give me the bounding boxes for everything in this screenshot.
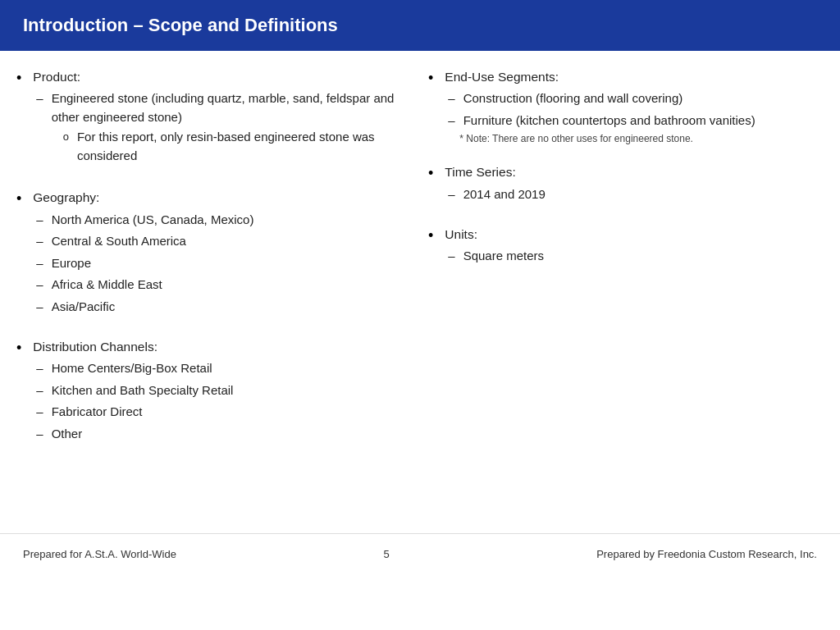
enduse-note: * Note: There are no other uses for engi…: [459, 133, 815, 144]
list-item-enduse: • End-Use Segments: – Construction (floo…: [428, 67, 815, 144]
right-column: • End-Use Segments: – Construction (floo…: [420, 67, 815, 525]
units-sub-list: – Square meters: [445, 247, 815, 266]
geo-sub-2: – Europe: [33, 254, 404, 273]
dash-0: –: [36, 89, 43, 108]
dist-sub-0: – Home Centers/Big-Box Retail: [33, 359, 404, 378]
timeseries-sub-list: – 2014 and 2019: [445, 185, 815, 204]
footer: Prepared for A.St.A. World-Wide 5 Prepar…: [0, 533, 840, 574]
units-content: Units: – Square meters: [445, 225, 815, 269]
enduse-sub-list: – Construction (flooring and wall coveri…: [445, 89, 815, 130]
right-main-list: • End-Use Segments: – Construction (floo…: [428, 67, 815, 269]
bullet-units: •: [428, 226, 433, 246]
product-sub-sub-item-0: o For this report, only resin-based engi…: [63, 128, 404, 165]
distribution-sub-list: – Home Centers/Big-Box Retail – Kitchen …: [33, 359, 404, 443]
geography-label: Geography:: [33, 190, 99, 204]
left-column: • Product: – Engineered stone (including…: [16, 67, 420, 525]
dist-sub-2: – Fabricator Direct: [33, 403, 404, 422]
enduse-label: End-Use Segments:: [445, 70, 559, 84]
geo-sub-0: – North America (US, Canada, Mexico): [33, 211, 404, 230]
left-main-list: • Product: – Engineered stone (including…: [16, 67, 404, 446]
dist-sub-1: – Kitchen and Bath Specialty Retail: [33, 381, 404, 400]
product-sub-item-0-text: Engineered stone (including quartz, marb…: [52, 91, 395, 124]
geography-content: Geography: – North America (US, Canada, …: [33, 188, 404, 319]
footer-left: Prepared for A.St.A. World-Wide: [23, 548, 176, 560]
bullet-timeseries: •: [428, 163, 433, 184]
enduse-sub-0: – Construction (flooring and wall coveri…: [445, 89, 815, 108]
list-item-product: • Product: – Engineered stone (including…: [16, 67, 404, 170]
geo-sub-3: – Africa & Middle East: [33, 276, 404, 294]
footer-page: 5: [383, 548, 389, 560]
list-item-distribution: • Distribution Channels: – Home Centers/…: [16, 337, 404, 446]
distribution-label: Distribution Channels:: [33, 340, 158, 354]
units-label: Units:: [445, 227, 477, 241]
enduse-sub-1: – Furniture (kitchen countertops and bat…: [445, 112, 815, 130]
product-label: Product:: [33, 70, 80, 84]
header: Introduction – Scope and Definitions: [0, 0, 840, 51]
footer-right: Prepared by Freedonia Custom Research, I…: [596, 548, 817, 560]
product-content: Product: – Engineered stone (including q…: [33, 67, 404, 170]
product-sub-item-0: – Engineered stone (including quartz, ma…: [33, 89, 404, 167]
list-item-geography: • Geography: – North America (US, Canada…: [16, 188, 404, 319]
geography-sub-list: – North America (US, Canada, Mexico) – C…: [33, 211, 404, 317]
product-sub-item-0-content: Engineered stone (including quartz, marb…: [52, 89, 404, 167]
timeseries-sub-0: – 2014 and 2019: [445, 185, 815, 204]
list-item-timeseries: • Time Series: – 2014 and 2019: [428, 162, 815, 207]
bullet-geography: •: [16, 189, 21, 209]
header-title: Introduction – Scope and Definitions: [23, 15, 338, 35]
bullet-distribution: •: [16, 338, 21, 358]
timeseries-content: Time Series: – 2014 and 2019: [445, 162, 815, 207]
units-sub-0: – Square meters: [445, 247, 815, 266]
enduse-content: End-Use Segments: – Construction (floori…: [445, 67, 815, 144]
distribution-content: Distribution Channels: – Home Centers/Bi…: [33, 337, 404, 446]
product-sub-list: – Engineered stone (including quartz, ma…: [33, 89, 404, 167]
bullet-product: •: [16, 68, 21, 89]
geo-sub-1: – Central & South America: [33, 232, 404, 251]
list-item-units: • Units: – Square meters: [428, 225, 815, 269]
timeseries-label: Time Series:: [445, 165, 515, 179]
bullet-enduse: •: [428, 68, 433, 89]
product-sub-sub-text-0: For this report, only resin-based engine…: [77, 128, 404, 165]
main-body: • Product: – Engineered stone (including…: [0, 51, 840, 574]
circle-icon-0: o: [63, 128, 69, 146]
columns-wrap: • Product: – Engineered stone (including…: [0, 51, 840, 533]
geo-sub-4: – Asia/Pacific: [33, 298, 404, 317]
product-sub-sub-list: o For this report, only resin-based engi…: [63, 128, 404, 165]
dist-sub-3: – Other: [33, 425, 404, 444]
